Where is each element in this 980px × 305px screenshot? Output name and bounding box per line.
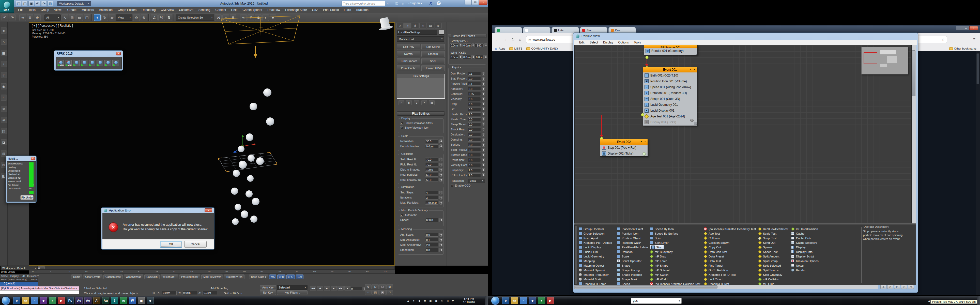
strip-icon-7[interactable]: ⌗ — [1, 95, 7, 101]
spinner[interactable] — [439, 243, 442, 247]
spinner[interactable] — [482, 118, 485, 121]
rfrk-close-icon[interactable]: × — [116, 52, 121, 56]
spinner[interactable] — [482, 87, 485, 91]
create-tab-icon[interactable]: ▷ — [396, 23, 404, 29]
configure-modifier-sets-icon[interactable]: ▦ — [429, 100, 434, 105]
modifier-stack[interactable]: Flex Settings — [397, 74, 445, 98]
depot-item-mp-world[interactable]: mP World — [650, 277, 667, 281]
depot-item-send-out[interactable]: Send Out — [758, 240, 775, 245]
depot-item-script-operator[interactable]: SScript Operator — [617, 259, 641, 263]
start-button[interactable] — [2, 296, 10, 305]
spinner[interactable] — [482, 77, 485, 81]
gravity-value-2[interactable]: -980. — [475, 43, 484, 47]
param-value-field[interactable]: 1.0 — [468, 168, 481, 172]
depot-item-krakatoa-prt-update[interactable]: Krakatoa PRT Update — [579, 240, 612, 245]
key-mode-icon[interactable]: ● — [344, 286, 350, 291]
ccd-checkbox[interactable]: ✓ — [450, 184, 453, 187]
strip-icon-4[interactable]: + — [1, 61, 7, 67]
depot-item-stop[interactable]: Stop — [650, 245, 664, 249]
param-value-field[interactable]: 0.0 — [468, 138, 481, 141]
menu-scripting[interactable]: Scripting — [196, 7, 213, 13]
pv-tool-icon-4[interactable]: ◱ — [901, 285, 907, 289]
base-state-button[interactable]: Base State ▾ — [249, 275, 268, 279]
favorites-star-icon[interactable]: ☆ — [402, 2, 405, 5]
spinner[interactable] — [482, 173, 485, 177]
spinner[interactable] — [439, 238, 442, 242]
bind-space-warp-icon[interactable]: ⊕ — [34, 14, 41, 21]
event-collapse-icon[interactable]: − — [694, 68, 695, 71]
depot-item-material-frequency[interactable]: Material Frequency — [579, 272, 608, 277]
tray-volume-icon[interactable]: ◁ — [445, 299, 449, 303]
menu-civil-view[interactable]: Civil View — [158, 7, 176, 13]
depot-item-lucid-fluid[interactable]: Lucid Fluid — [579, 249, 598, 254]
field-of-view-icon[interactable]: ○ — [365, 290, 372, 295]
mini-button-lpb[interactable]: LPB — [277, 275, 285, 279]
bookmark-lists[interactable]: LISTS — [509, 47, 522, 50]
depot-item-lock-bond[interactable]: Lock/Bond — [704, 277, 722, 281]
depot-item-krakatoa-options[interactable]: kKrakatoa Options — [791, 259, 819, 263]
node-action-rotation[interactable]: ↻Rotation 001 (Random 3D) — [643, 90, 697, 96]
depot-item-mp-switch[interactable]: mP Switch — [650, 272, 668, 277]
spinner[interactable] — [482, 107, 485, 111]
app-illustrator-icon[interactable]: Ai — [93, 297, 100, 304]
menu-rendering[interactable]: Rendering — [139, 7, 158, 13]
coord-z-field[interactable]: 0.0cm — [202, 291, 217, 295]
app-email-icon[interactable]: e — [13, 297, 20, 304]
mini-button-100[interactable]: 100 — [296, 275, 304, 279]
menu-print-studio[interactable]: Print Studio — [321, 7, 341, 13]
manipulate-icon[interactable]: ⊚ — [140, 14, 147, 21]
param-value-field[interactable]: 0.0 — [468, 107, 481, 111]
strip-icon-9[interactable]: ⊚ — [1, 117, 7, 123]
depot-item-stop-gradually[interactable]: Stop Gradually — [758, 272, 782, 277]
modifier-button-edit-poly[interactable]: Edit Poly — [397, 44, 420, 50]
spinner[interactable] — [439, 196, 442, 200]
checkbox[interactable]: ✓ — [400, 214, 403, 216]
particle-view-canvas[interactable] — [574, 45, 912, 223]
script-button-easyskin[interactable]: EasySkin — [144, 275, 160, 279]
depot-item-display-data[interactable]: Display Data — [791, 249, 813, 254]
maxscript-listener-white[interactable] — [0, 290, 79, 294]
param-value-field[interactable]: 1.0 — [468, 173, 481, 177]
scene-explorer-menu-edit[interactable]: Edit — [21, 275, 25, 278]
app-green-icon[interactable]: ● — [538, 297, 545, 304]
depot-item-spawn[interactable]: Spawn — [758, 245, 772, 249]
spinner[interactable] — [439, 233, 442, 237]
pv-menu-display[interactable]: Display — [601, 40, 615, 45]
browser-tab-1[interactable] — [495, 27, 522, 33]
modifier-button-point-cache[interactable]: Point Cache — [397, 65, 420, 71]
param-value-field[interactable]: 0.0 — [468, 122, 481, 126]
depot-item-collision-spawn[interactable]: Collision Spawn — [704, 240, 729, 245]
spinner[interactable] — [482, 168, 485, 172]
viewport-label[interactable]: [ + ] [ Perspective ] [ Realistic ] — [32, 24, 73, 27]
depot-item-scale[interactable]: Scale — [617, 254, 629, 259]
depot-item-find-target[interactable]: Find Target — [704, 263, 723, 268]
strip-icon-12[interactable]: ⊟ — [1, 151, 7, 157]
tray-up-arrow-icon[interactable]: ▲ — [406, 299, 410, 303]
tray-icon-1[interactable]: ● — [412, 299, 416, 303]
back-icon[interactable]: ← — [496, 37, 500, 41]
depot-item-speed-by-surface[interactable]: Speed By Surface — [650, 231, 678, 236]
object-name-field[interactable]: LucidFlexSettings — [397, 30, 437, 35]
flex-settings-rollout-header[interactable]: -Flex Settings — [397, 111, 445, 116]
depot-item-data-icon-test[interactable]: Data Icon Test — [704, 249, 727, 254]
app-red-icon[interactable]: ▶ — [58, 297, 65, 304]
menu-realflow[interactable]: RealFlow — [265, 7, 282, 13]
node-action-speed[interactable]: ↘Speed 001 (Along Icon Arrow) — [643, 84, 697, 90]
exchange-x-icon[interactable]: X — [430, 1, 432, 5]
depot-item-display[interactable]: Display — [791, 245, 806, 249]
rfrk-tool-icon-3[interactable] — [73, 60, 80, 66]
modifier-button-unwrap-uvw[interactable]: Unwrap UVW — [422, 65, 445, 71]
reference-coordinate-dropdown[interactable]: View▼ — [116, 14, 132, 21]
hierarchy-tab-icon[interactable]: ⋔ — [412, 23, 419, 29]
param-value-field[interactable]: 100.0 — [425, 168, 438, 172]
workspace-dropdown-bottom[interactable]: Workspace: Default▼ — [0, 266, 38, 270]
orbit-icon[interactable]: ▣ — [379, 290, 386, 295]
new-file-icon[interactable]: ▢ — [16, 1, 21, 6]
frame-field[interactable]: 0 — [350, 287, 363, 291]
param-value-field[interactable]: 0.1 — [468, 71, 481, 75]
spinner[interactable] — [439, 145, 442, 148]
param-value-field[interactable]: 0.0 — [468, 102, 481, 106]
param-value-field[interactable]: 0.0 — [468, 87, 481, 91]
select-by-name-icon[interactable]: ⊞ — [69, 14, 75, 21]
spinner[interactable] — [471, 43, 474, 47]
